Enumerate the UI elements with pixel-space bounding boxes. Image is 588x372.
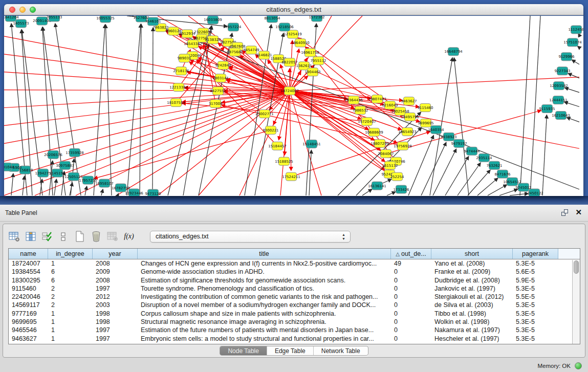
table-row[interactable]: 946554611997Estimation of the future num…: [9, 326, 580, 334]
table-row[interactable]: 1456911722003Disruption of a novel membe…: [9, 301, 580, 309]
graph-node[interactable]: 8300221: [263, 126, 278, 134]
graph-node[interactable]: 9115935: [539, 105, 555, 113]
node-table-body: 1872400712008Changes of HCN gene express…: [9, 259, 580, 343]
table-cell: 1998: [93, 310, 138, 318]
column-header-in-degree[interactable]: in_degree: [48, 249, 93, 259]
graph-node[interactable]: 15148451: [302, 140, 321, 148]
graph-node[interactable]: 1394275: [35, 169, 51, 177]
table-row[interactable]: 1830029562008Estimation of significance …: [9, 276, 580, 285]
graph-node[interactable]: 8138328: [205, 36, 221, 44]
table-scrollbar-thumb[interactable]: [574, 260, 579, 274]
table-row[interactable]: 1872400712008Changes of HCN gene express…: [9, 259, 580, 268]
graph-node[interactable]: 9146821: [256, 51, 272, 59]
graph-node[interactable]: 8912934: [179, 30, 195, 38]
network-canvas[interactable]: 1872400774638228960128891293423226058982…: [4, 16, 583, 196]
memory-status-indicator[interactable]: [575, 362, 582, 369]
graph-node[interactable]: 989031: [178, 54, 191, 62]
graph-node[interactable]: 16210643: [552, 111, 570, 119]
graph-node[interactable]: 8471676: [494, 170, 510, 178]
graph-node[interactable]: 15751074: [563, 38, 582, 47]
zoom-window-button[interactable]: [30, 7, 36, 13]
graph-node[interactable]: 7955112: [310, 57, 326, 65]
graph-node[interactable]: 1112458: [568, 26, 583, 34]
select-rows-icon[interactable]: [40, 230, 54, 243]
graph-node[interactable]: 8813054: [264, 16, 280, 23]
table-row[interactable]: 1938455462009Genome-wide association stu…: [9, 268, 580, 276]
graph-node[interactable]: 1615132: [382, 161, 398, 169]
graph-node[interactable]: 2803144: [212, 74, 229, 82]
column-header-pagerank[interactable]: pagerank: [513, 249, 558, 259]
column-header-short[interactable]: short: [431, 249, 513, 259]
graph-node[interactable]: 7857224: [225, 23, 242, 31]
merge-rows-icon[interactable]: [57, 230, 70, 243]
table-row[interactable]: 977716911998Corpus callosum shape and si…: [9, 310, 580, 318]
graph-node[interactable]: 16961758: [301, 49, 319, 57]
function-builder-icon[interactable]: f(x): [122, 230, 136, 243]
graph-node[interactable]: 2084067: [378, 149, 394, 158]
import-table-icon[interactable]: [106, 230, 119, 243]
graph-node[interactable]: 1904463: [304, 68, 320, 76]
network-select[interactable]: citations_edges.txt ▲▼: [150, 231, 351, 243]
graph-node[interactable]: 17524211: [282, 172, 300, 181]
graph-node[interactable]: 9479197: [451, 139, 467, 147]
delete-column-icon[interactable]: [90, 230, 103, 243]
table-row[interactable]: 911546021997Tourette syndrome. Phenomeno…: [9, 285, 580, 293]
column-header-year[interactable]: year: [93, 249, 138, 259]
tab-edge-table[interactable]: Edge Table: [267, 346, 314, 355]
graph-node[interactable]: 15720407: [358, 117, 376, 125]
graph-node[interactable]: 19654923: [398, 127, 417, 136]
tab-network-table[interactable]: Network Table: [314, 346, 368, 355]
column-header-out-de-[interactable]: △out_de...: [391, 249, 431, 259]
graph-node[interactable]: 1640354: [428, 125, 444, 134]
table-row[interactable]: 2242004622012Investigating the contribut…: [9, 293, 580, 301]
graph-node[interactable]: 15184457: [268, 142, 287, 150]
graph-node[interactable]: 9227343: [554, 67, 570, 75]
graph-node[interactable]: 9473120: [145, 189, 161, 196]
memory-status-label: Memory: OK: [537, 363, 571, 369]
network-window-titlebar[interactable]: citations_edges.txt: [4, 4, 583, 15]
graph-node[interactable]: 8427552: [210, 87, 226, 95]
graph-node[interactable]: 9875685: [227, 48, 243, 56]
graph-node[interactable]: 1733426: [393, 185, 409, 193]
tab-node-table[interactable]: Node Table: [220, 346, 267, 355]
graph-node[interactable]: 12444151: [549, 96, 568, 104]
graph-node[interactable]: 12093582: [550, 82, 568, 90]
graph-node[interactable]: 16648794: [444, 48, 463, 56]
graph-node[interactable]: 6822057: [281, 58, 297, 67]
graph-node-label: 9146821: [256, 53, 272, 57]
graph-node[interactable]: 18640910: [291, 39, 310, 47]
column-header-title[interactable]: title: [138, 249, 391, 259]
show-columns-icon[interactable]: [24, 230, 37, 243]
graph-node-label: 2718176: [173, 69, 189, 73]
graph-node[interactable]: 10055325: [96, 16, 115, 23]
table-scrollbar[interactable]: [572, 260, 580, 344]
table-mode-icon[interactable]: [8, 230, 21, 243]
network-window: citations_edges.txt 18724007746382289601…: [4, 4, 583, 196]
graph-node-label: 2084067: [378, 152, 394, 156]
graph-edge: [458, 163, 481, 195]
graph-node[interactable]: 1572302: [309, 16, 324, 21]
graph-node[interactable]: 9129966: [558, 53, 574, 61]
graph-node[interactable]: 7546101: [145, 17, 161, 26]
graph-node[interactable]: 15188525: [275, 157, 293, 165]
graph-node[interactable]: 2718176: [173, 67, 189, 75]
table-cell: 1998: [93, 318, 138, 326]
float-panel-icon[interactable]: [561, 209, 568, 216]
close-window-button[interactable]: [9, 7, 15, 13]
graph-node[interactable]: 7986532: [352, 106, 368, 114]
column-header-name[interactable]: name: [9, 249, 48, 259]
graph-node[interactable]: 252254: [390, 172, 404, 181]
graph-node-label: 18495796: [401, 115, 419, 119]
graph-node[interactable]: 317006: [209, 100, 223, 108]
graph-node[interactable]: 16033809: [204, 16, 222, 24]
table-row[interactable]: 946362711997Embryonic stem cells: a mode…: [9, 335, 580, 343]
minimize-window-button[interactable]: [19, 7, 26, 13]
graph-node[interactable]: 7632621: [486, 161, 502, 169]
graph-node[interactable]: 9474444: [464, 147, 480, 155]
graph-node[interactable]: 9242848: [215, 61, 231, 70]
table-row[interactable]: 969969511998Structural magnetic resonanc…: [9, 318, 580, 326]
graph-node[interactable]: 9463627: [401, 97, 417, 105]
graph-node[interactable]: 9115460: [417, 104, 433, 112]
new-column-icon[interactable]: [73, 230, 86, 243]
close-panel-icon[interactable]: ✕: [575, 209, 582, 216]
